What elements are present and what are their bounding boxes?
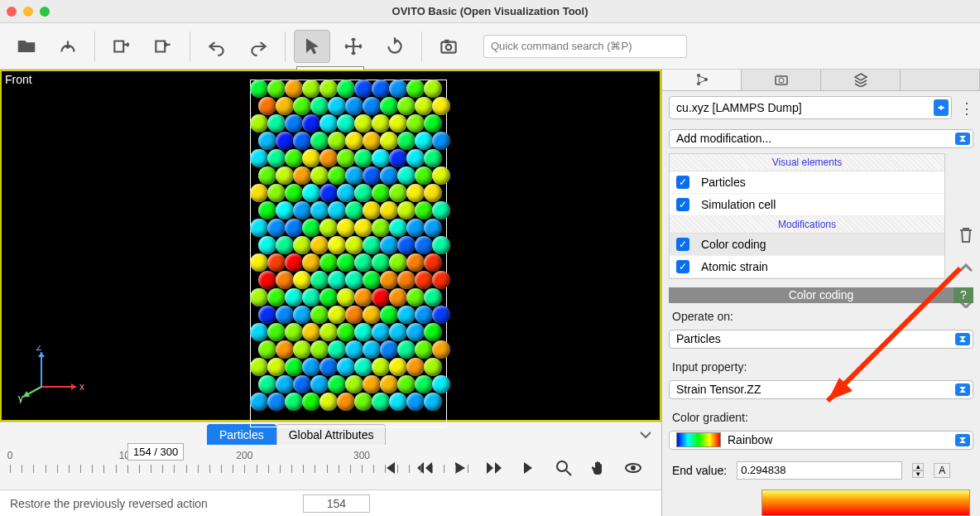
svg-text:z: z — [36, 345, 41, 353]
add-modifier-combo[interactable]: Add modification... — [669, 129, 973, 148]
operate-on-combo[interactable]: Particles — [669, 330, 973, 349]
render-tab-icon[interactable] — [742, 70, 821, 90]
current-frame-field[interactable]: 154 — [303, 494, 370, 513]
layers-tab-icon[interactable] — [821, 70, 901, 90]
viewport-label: Front — [5, 73, 32, 86]
status-message: Restore the previously reversed action — [10, 497, 208, 510]
combo-handle-icon[interactable] — [955, 434, 970, 446]
list-item[interactable]: ✓ Atomic strain — [670, 256, 944, 278]
viewport-front[interactable]: Front x z y — [0, 70, 661, 422]
minimize-window-icon[interactable] — [23, 7, 33, 17]
particle-cloud — [250, 80, 447, 427]
data-source-combo[interactable]: cu.xyz [LAMMPS Dump] — [669, 96, 952, 119]
combo-handle-icon[interactable] — [934, 99, 949, 116]
list-item[interactable]: ✓ Color coding — [670, 234, 944, 256]
open-file-button[interactable] — [8, 30, 45, 63]
rotate-tool-button[interactable] — [377, 30, 413, 63]
pipeline-panel: cu.xyz [LAMMPS Dump] ⋮ Add modification.… — [662, 70, 980, 516]
add-modifier-label: Add modification... — [676, 132, 771, 145]
help-button[interactable]: ? — [954, 287, 973, 303]
goto-end-button[interactable] — [519, 458, 539, 478]
window-title: OVITO Basic (Open Visualization Tool) — [0, 5, 980, 17]
redo-button[interactable] — [240, 30, 276, 63]
undo-button[interactable] — [199, 30, 235, 63]
main-toolbar: Redo [⇧⌘Z] — [0, 23, 980, 70]
spinner-buttons[interactable]: ▲▼ — [912, 463, 924, 478]
render-button[interactable] — [430, 30, 467, 63]
step-forward-button[interactable] — [484, 458, 504, 478]
pipeline-tab-icon[interactable] — [662, 70, 742, 90]
combo-handle-icon[interactable] — [955, 333, 970, 345]
svg-text:x: x — [79, 381, 84, 393]
gradient-preview — [761, 489, 970, 516]
operate-on-label: Operate on: — [672, 310, 970, 323]
pipeline-list: Visual elements ✓ Particles ✓ Simulation… — [669, 153, 945, 279]
orbit-tool-icon[interactable] — [623, 458, 643, 478]
auto-range-button[interactable]: A — [934, 463, 950, 478]
axis-gizmo-icon: x z y — [18, 345, 84, 403]
play-button[interactable] — [449, 458, 469, 478]
svg-marker-4 — [71, 383, 76, 390]
svg-text:y: y — [18, 393, 23, 403]
move-up-icon[interactable] — [958, 262, 974, 275]
color-gradient-label: Color gradient: — [672, 411, 970, 424]
pan-tool-icon[interactable] — [588, 458, 608, 478]
export-in-button[interactable] — [145, 30, 181, 63]
cursor-tool-button[interactable] — [294, 30, 330, 63]
zoom-window-icon[interactable] — [40, 7, 50, 17]
svg-rect-0 — [441, 41, 455, 52]
checkbox-icon[interactable]: ✓ — [676, 238, 689, 251]
color-gradient-combo[interactable]: Rainbow — [669, 431, 973, 450]
frame-indicator[interactable]: 154 / 300 — [127, 443, 184, 461]
animation-timeline[interactable]: 0100200300 154 / 300 — [0, 446, 661, 489]
end-value-label: End value: — [672, 464, 727, 477]
gradient-swatch-icon — [676, 432, 721, 447]
input-property-label: Input property: — [672, 360, 970, 374]
checkbox-icon[interactable]: ✓ — [676, 198, 689, 211]
combo-handle-icon[interactable] — [955, 383, 970, 396]
close-window-icon[interactable] — [7, 7, 17, 17]
chevron-down-icon[interactable] — [638, 427, 653, 442]
svg-point-20 — [779, 78, 784, 83]
end-value-field[interactable]: 0.294838 — [737, 461, 902, 480]
list-item[interactable]: ✓ Particles — [670, 171, 944, 194]
download-button[interactable] — [50, 30, 86, 63]
export-out-button[interactable] — [103, 30, 140, 63]
checkbox-icon[interactable]: ✓ — [676, 176, 689, 189]
input-property-combo[interactable]: Strain Tensor.ZZ — [669, 380, 973, 399]
svg-point-1 — [446, 44, 452, 50]
combo-handle-icon[interactable] — [955, 133, 970, 145]
list-item[interactable]: ✓ Simulation cell — [670, 194, 944, 216]
svg-point-12 — [557, 461, 567, 471]
checkbox-icon[interactable]: ✓ — [676, 260, 689, 273]
move-tool-button[interactable] — [335, 30, 372, 63]
zoom-tool-icon[interactable] — [554, 458, 574, 478]
delete-modifier-icon[interactable] — [957, 225, 975, 245]
data-source-value: cu.xyz [LAMMPS Dump] — [676, 101, 802, 114]
source-more-icon[interactable]: ⋮ — [958, 99, 975, 118]
window-titlebar: OVITO Basic (Open Visualization Tool) — [0, 0, 980, 23]
svg-rect-2 — [445, 40, 449, 42]
quick-command-search[interactable] — [483, 35, 687, 58]
status-bar: Restore the previously reversed action 1… — [0, 489, 661, 516]
modifier-editor-title: Color coding ? — [669, 287, 973, 303]
svg-point-15 — [631, 465, 636, 470]
svg-line-13 — [566, 470, 571, 475]
modifications-header: Modifications — [670, 216, 944, 234]
visual-elements-header: Visual elements — [670, 154, 944, 171]
